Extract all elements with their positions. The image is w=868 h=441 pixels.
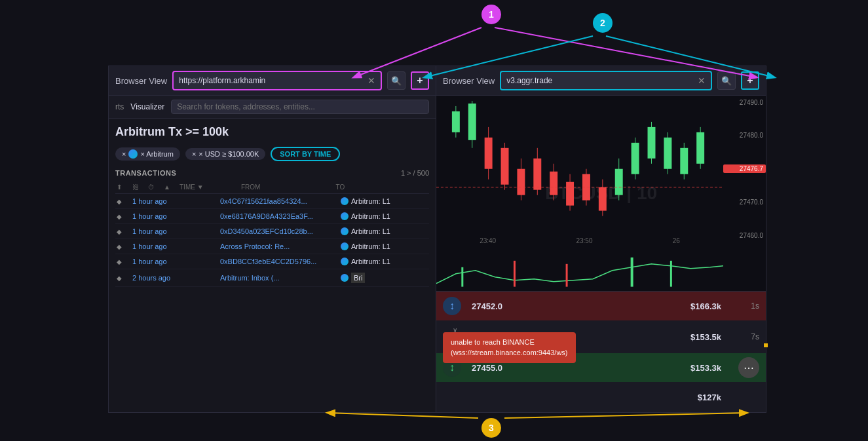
nav-item-rts[interactable]: rts: [115, 102, 124, 111]
svg-rect-29: [680, 148, 688, 174]
svg-rect-11: [533, 159, 541, 190]
time-26: 26: [673, 237, 680, 244]
partial-bri-text: Bri: [351, 273, 365, 283]
left-search-button[interactable]: 🔍: [387, 71, 406, 90]
col-sort: ▲: [164, 183, 177, 191]
col-time-label: TIME ▼: [179, 183, 238, 191]
trade-amount-2: $153.5k: [599, 332, 722, 342]
trade-icon-1: ↕: [443, 297, 461, 315]
token-search-input[interactable]: [171, 100, 429, 114]
svg-rect-19: [599, 187, 607, 211]
left-add-tab-button[interactable]: +: [411, 71, 429, 90]
left-url-text: https://platform.arkhamin: [179, 76, 364, 85]
annotation-circle-3: 3: [481, 418, 501, 438]
left-url-bar[interactable]: https://platform.arkhamin ✕: [172, 71, 382, 90]
nav-item-visualizer[interactable]: Visualizer: [130, 102, 164, 111]
right-panel-header: Browser View v3.aggr.trade ✕ 🔍 +: [436, 66, 766, 96]
table-row: ◆ 1 hour ago 0xBD8CCf3ebE4CC2D5796... Ar…: [115, 254, 429, 269]
filter-row: × × Arbitrum × × USD ≥ $100.00K SORT BY …: [115, 147, 429, 161]
arb-dot-6: [341, 274, 349, 282]
svg-rect-23: [632, 143, 639, 174]
svg-rect-27: [664, 138, 671, 169]
tx-icon-1: ◆: [117, 198, 130, 205]
error-message: unable to reach BINANCE: [451, 337, 568, 347]
tx-time-4: 1 hour ago: [132, 242, 217, 250]
sort-by-time-button[interactable]: SORT BY TIME: [271, 147, 340, 161]
left-browser-view-label: Browser View: [115, 76, 167, 86]
candlestick-chart: [436, 96, 723, 242]
tx-icon-2: ◆: [117, 213, 130, 220]
tx-hash-4[interactable]: Across Protocol: Re...: [220, 242, 338, 250]
error-detail: (wss://stream.binance.com:9443/ws): [451, 348, 568, 358]
svg-rect-5: [485, 138, 493, 169]
tx-label: TRANSACTIONS: [115, 169, 176, 177]
error-toast: unable to reach BINANCE (wss://stream.bi…: [443, 332, 576, 363]
left-panel-header: Browser View https://platform.arkhamin ✕…: [109, 66, 436, 96]
tx-to-1: Arbitrum: L1: [341, 197, 428, 205]
more-options-button[interactable]: ⋯: [738, 357, 759, 378]
right-resize-handle[interactable]: [764, 343, 768, 347]
usd-tag-label: × USD ≥ $100.00K: [198, 150, 259, 158]
col-icon: ⬆: [117, 183, 130, 191]
trade-icon-4: [443, 388, 461, 406]
annotation-circle-1: 1: [481, 5, 501, 24]
right-search-button[interactable]: 🔍: [717, 71, 736, 90]
arbitrum-filter-tag[interactable]: × × Arbitrum: [115, 147, 180, 161]
tx-to-2: Arbitrum: L1: [341, 212, 428, 220]
svg-rect-13: [550, 172, 557, 195]
svg-rect-7: [501, 148, 509, 185]
left-url-close-icon[interactable]: ✕: [368, 75, 375, 86]
tx-time-1: 1 hour ago: [132, 197, 217, 205]
usd-filter-tag[interactable]: × × USD ≥ $100.00K: [185, 148, 265, 160]
trade-amount-1: $166.3k: [599, 301, 722, 311]
right-url-bar[interactable]: v3.aggr.trade ✕: [500, 71, 712, 90]
left-panel-content: Arbitrum Tx >= 100k × × Arbitrum × × USD…: [109, 119, 436, 412]
col-clock: ⏱: [148, 183, 161, 191]
col-from: FROM: [241, 183, 333, 191]
table-row: ◆ 2 hours ago Arbitrum: Inbox (... Bri: [115, 269, 429, 287]
svg-rect-1: [452, 111, 460, 132]
arb-dot-3: [341, 227, 349, 235]
col-to: TO: [336, 183, 428, 191]
panels-container: Browser View https://platform.arkhamin ✕…: [108, 66, 868, 413]
tx-title: Arbitrum Tx >= 100k: [115, 125, 429, 139]
filter-close-usd[interactable]: ×: [192, 150, 196, 158]
volume-chart: [436, 248, 723, 287]
tx-hash-6[interactable]: Arbitrum: Inbox (...: [220, 274, 338, 282]
right-search-icon: 🔍: [721, 76, 732, 86]
left-panel-nav: rts Visualizer: [109, 96, 436, 119]
tx-hash-2[interactable]: 0xe68176A9D8A4323Ea3F...: [220, 212, 338, 220]
trade-price-3: 27455.0: [472, 363, 594, 373]
tx-icon-5: ◆: [117, 258, 130, 265]
trade-price-1: 27452.0: [472, 301, 594, 311]
right-url-close-icon[interactable]: ✕: [698, 75, 706, 86]
right-panel: Browser View v3.aggr.trade ✕ 🔍 + BTCUSD …: [436, 66, 766, 413]
svg-rect-31: [696, 132, 704, 164]
right-browser-view-label: Browser View: [443, 76, 495, 86]
trade-row-4: $127k: [436, 383, 766, 412]
tx-hash-3[interactable]: 0xD3450a023EFCd10c28b...: [220, 227, 338, 235]
chart-area[interactable]: BTCUSD | 10: [436, 96, 766, 291]
table-row: ◆ 1 hour ago 0x4C67f15621faa854324... Ar…: [115, 194, 429, 209]
tx-hash-5[interactable]: 0xBD8CCf3ebE4CC2D5796...: [220, 258, 338, 265]
tx-time-2: 1 hour ago: [132, 212, 217, 220]
filter-close-arb[interactable]: ×: [122, 150, 126, 158]
left-search-icon: 🔍: [391, 76, 402, 86]
price-axis: 27490.0 27480.0 27476.7 27470.0 27460.0: [723, 96, 766, 242]
tx-to-4: Arbitrum: L1: [341, 242, 428, 250]
time-axis: 23:40 23:50 26: [436, 236, 723, 246]
svg-rect-9: [517, 169, 525, 195]
table-row: ◆ 1 hour ago 0xD3450a023EFCd10c28b... Ar…: [115, 224, 429, 239]
current-price-label: 27476.7: [723, 164, 766, 173]
arbitrum-tag-label: × Arbitrum: [140, 150, 173, 158]
tx-time-6: 2 hours ago: [132, 274, 217, 282]
trade-time-1: 1s: [726, 301, 759, 311]
svg-rect-21: [615, 169, 623, 195]
trade-amount-4: $127k: [599, 393, 722, 402]
tx-header-row: TRANSACTIONS 1 > / 500: [115, 169, 429, 177]
svg-rect-25: [648, 127, 656, 159]
right-add-tab-button[interactable]: +: [741, 71, 759, 90]
tx-hash-1[interactable]: 0x4C67f15621faa854324...: [220, 197, 338, 205]
tx-icon-6: ◆: [117, 275, 130, 282]
annotation-circle-2: 2: [593, 13, 613, 33]
